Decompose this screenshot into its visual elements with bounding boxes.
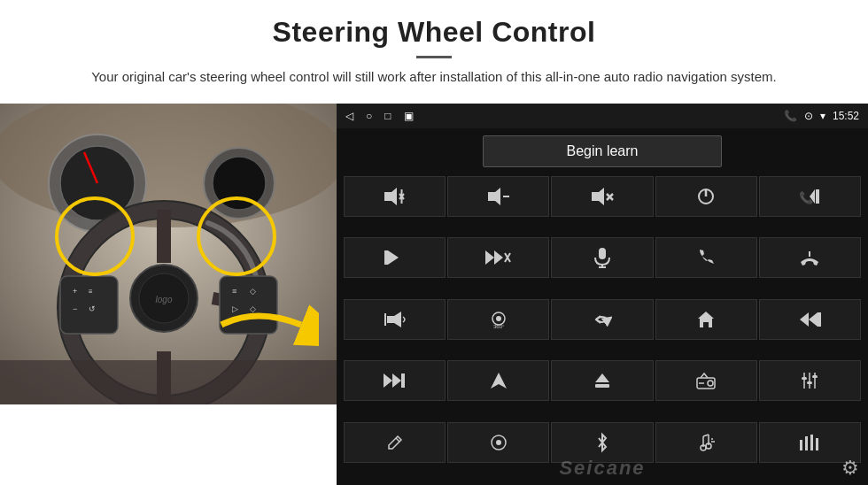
svg-marker-61 [800, 312, 809, 327]
grid-cell-bluetooth[interactable] [551, 422, 653, 463]
grid-cell-skip-next[interactable] [344, 237, 446, 278]
svg-text:◇: ◇ [250, 287, 256, 296]
title-divider [416, 56, 452, 58]
svg-line-77 [396, 438, 399, 442]
begin-learn-row: Begin learn [337, 128, 868, 174]
svg-marker-66 [595, 373, 609, 382]
sd-status-icon: ▣ [404, 110, 414, 122]
header-section: Steering Wheel Control Your original car… [0, 0, 868, 104]
grid-cell-power[interactable] [655, 176, 757, 217]
svg-text:≡: ≡ [232, 287, 236, 296]
grid-cell-eject[interactable] [551, 360, 653, 401]
svg-marker-44 [485, 250, 494, 265]
back-nav-icon[interactable]: ◁ [345, 110, 353, 122]
grid-cell-hangup[interactable] [759, 237, 861, 278]
svg-point-69 [708, 381, 713, 386]
grid-cell-vol-down[interactable] [447, 176, 549, 217]
svg-point-55 [496, 316, 501, 321]
grid-cell-home[interactable] [655, 299, 757, 340]
svg-marker-60 [809, 312, 818, 327]
svg-marker-34 [592, 188, 604, 205]
grid-cell-music[interactable] [655, 422, 757, 463]
grid-cell-360[interactable]: 360° [447, 299, 549, 340]
grid-cell-eq-settings[interactable] [759, 360, 861, 401]
status-bar: ◁ ○ □ ▣ 📞 ⊙ ▾ 15:52 [337, 104, 868, 128]
svg-marker-45 [494, 250, 503, 265]
grid-cell-radio[interactable] [655, 360, 757, 401]
svg-rect-59 [818, 312, 821, 327]
svg-rect-87 [800, 440, 802, 450]
grid-cell-fast-fwd[interactable] [344, 360, 446, 401]
head-unit: ◁ ○ □ ▣ 📞 ⊙ ▾ 15:52 Begin learn [337, 104, 868, 486]
status-bar-left: ◁ ○ □ ▣ [345, 110, 414, 122]
grid-cell-learn-edit[interactable] [344, 422, 446, 463]
grid-cell-mute[interactable] [551, 176, 653, 217]
grid-cell-skip-next-x[interactable] [447, 237, 549, 278]
home-nav-icon[interactable]: ○ [366, 110, 372, 122]
recents-nav-icon[interactable]: □ [384, 110, 391, 122]
svg-rect-64 [401, 373, 405, 388]
svg-marker-52 [387, 312, 401, 327]
grid-cell-horn[interactable] [344, 299, 446, 340]
svg-rect-75 [807, 381, 812, 384]
yellow-arrow [213, 298, 319, 351]
page-title: Steering Wheel Control [35, 16, 833, 49]
begin-learn-button[interactable]: Begin learn [483, 135, 722, 167]
svg-marker-62 [384, 373, 392, 388]
svg-rect-88 [805, 436, 808, 450]
svg-marker-28 [384, 188, 397, 205]
wifi-status-icon: ▾ [820, 110, 825, 122]
phone-status-icon: 📞 [784, 110, 797, 122]
svg-rect-26 [0, 360, 337, 404]
controls-grid: 📞 [337, 174, 868, 486]
svg-text:+: + [73, 287, 77, 296]
svg-rect-67 [595, 384, 609, 388]
svg-rect-48 [599, 248, 606, 259]
grid-cell-prev-phone[interactable]: 📞 [759, 176, 861, 217]
status-bar-right: 📞 ⊙ ▾ 15:52 [784, 110, 859, 122]
svg-marker-63 [392, 373, 401, 388]
svg-rect-41 [816, 189, 819, 204]
svg-text:≡: ≡ [89, 288, 93, 296]
steering-wheel-svg: logo + ≡ − ↺ ≡ ◇ ▷ ◇ [0, 104, 337, 404]
svg-rect-74 [802, 377, 807, 380]
svg-rect-76 [812, 375, 818, 378]
subtitle-text: Your original car's steering wheel contr… [71, 67, 797, 88]
content-row: logo + ≡ − ↺ ≡ ◇ ▷ ◇ [0, 104, 868, 486]
svg-marker-32 [488, 188, 500, 205]
grid-cell-mic[interactable] [551, 237, 653, 278]
svg-text:↺: ↺ [89, 304, 96, 313]
svg-text:logo: logo [156, 295, 173, 304]
svg-rect-89 [810, 435, 813, 450]
svg-marker-58 [698, 312, 714, 327]
page: Steering Wheel Control Your original car… [0, 0, 868, 485]
svg-text:−: − [73, 304, 77, 313]
grid-cell-prev-prev[interactable] [759, 299, 861, 340]
location-status-icon: ⊙ [804, 110, 813, 122]
time-display: 15:52 [833, 110, 859, 122]
grid-cell-back[interactable] [551, 299, 653, 340]
grid-cell-menu[interactable] [447, 422, 549, 463]
svg-point-79 [496, 440, 501, 445]
grid-cell-navigate[interactable] [447, 360, 549, 401]
svg-rect-42 [384, 250, 388, 265]
grid-cell-vol-up[interactable] [344, 176, 446, 217]
settings-gear-icon[interactable]: ⚙ [841, 457, 859, 480]
svg-text:360°: 360° [493, 324, 505, 329]
svg-marker-65 [491, 373, 507, 389]
svg-rect-90 [816, 438, 818, 450]
svg-point-5 [213, 157, 266, 210]
svg-marker-43 [388, 250, 399, 265]
grid-cell-call[interactable] [655, 237, 757, 278]
svg-line-82 [703, 435, 709, 436]
car-image: logo + ≡ − ↺ ≡ ◇ ▷ ◇ [0, 104, 337, 404]
